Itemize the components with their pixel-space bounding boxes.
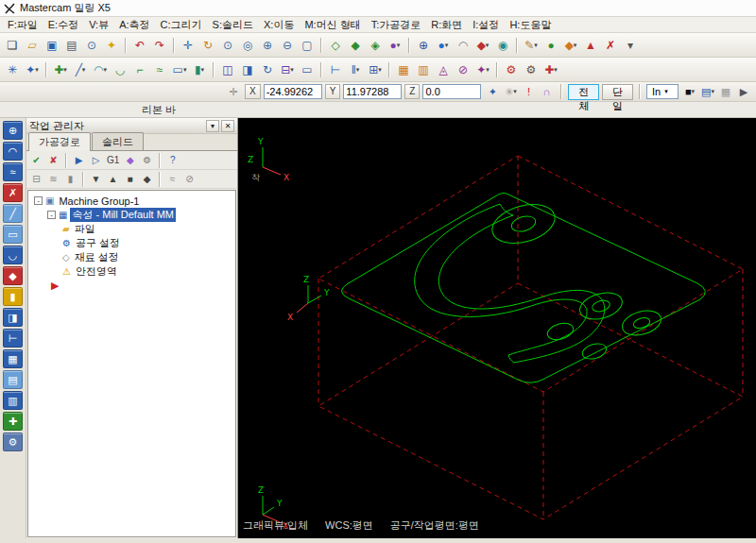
dropdown-arrow-icon[interactable]: ▾: [35, 66, 39, 74]
mru-grid-icon[interactable]: ▦: [3, 349, 23, 368]
tree-expand-icon[interactable]: -: [47, 211, 56, 219]
move-up-icon[interactable]: ▲: [105, 172, 121, 187]
help-icon[interactable]: ?: [164, 153, 180, 168]
create-chamfer-icon[interactable]: ⌐: [130, 60, 149, 79]
scroll-icon[interactable]: ≈: [164, 172, 180, 187]
dropdown-arrow-icon[interactable]: ▾: [534, 42, 538, 49]
verify-icon[interactable]: ◆: [122, 153, 138, 168]
shaded-display-icon[interactable]: ◆: [346, 36, 365, 55]
redo-icon[interactable]: ↷: [150, 36, 169, 55]
create-arc-icon[interactable]: ◠▾: [91, 60, 110, 79]
display-options-icon[interactable]: ●▾: [386, 36, 404, 55]
wireframe-display-icon[interactable]: ◇: [326, 36, 345, 55]
insert-marker-icon[interactable]: ◆: [139, 172, 155, 187]
dropdown-arrow-icon[interactable]: ▾: [183, 66, 187, 74]
autocursor-gnomon-icon[interactable]: ✛: [225, 84, 242, 100]
analyze-chain-icon[interactable]: ◆▾: [473, 36, 492, 55]
menu-screen[interactable]: R:화면: [426, 17, 467, 33]
dropdown-arrow-icon[interactable]: ▾: [486, 42, 490, 49]
toolpath-list-icon[interactable]: ≋: [45, 172, 61, 187]
key-settings-icon[interactable]: ✦: [102, 36, 121, 55]
viewport-canvas[interactable]: Y Z X 작 Z Y X Z Y X: [238, 118, 756, 538]
dropdown-arrow-icon[interactable]: ▾: [692, 88, 696, 95]
alert-icon[interactable]: !: [520, 84, 537, 100]
color-swatch-icon[interactable]: ■▾: [681, 84, 698, 100]
menu-create[interactable]: C:그리기: [156, 17, 207, 33]
select-single-button[interactable]: 단일: [602, 84, 633, 100]
no-entry-icon[interactable]: ⊘: [181, 172, 198, 187]
autocursor-config-icon[interactable]: ✳▾: [502, 84, 519, 100]
menu-help[interactable]: H:도움말: [505, 17, 556, 33]
dropdown-arrow-icon[interactable]: ▾: [82, 66, 86, 74]
fit-screen-icon[interactable]: ▢: [298, 36, 317, 55]
xform-scale-icon[interactable]: ▭: [298, 60, 317, 79]
pan-icon[interactable]: ✛: [179, 36, 198, 55]
tree-expand-icon[interactable]: -: [34, 196, 43, 205]
regen-selected-icon[interactable]: ▷: [88, 153, 104, 168]
analyze-position-icon[interactable]: ⊕: [414, 36, 433, 55]
save-file-icon[interactable]: ▣: [43, 36, 61, 55]
regen-all-icon[interactable]: ▶: [71, 153, 87, 168]
mru-mirror-icon[interactable]: ◨: [3, 308, 23, 327]
create-cylinder-icon[interactable]: ▮▾: [190, 60, 209, 79]
circle-slash-icon[interactable]: ⊘: [454, 60, 472, 79]
xform-rotate-icon[interactable]: ↻: [258, 60, 277, 79]
analyze-surface-icon[interactable]: ◉: [493, 36, 512, 55]
mru-spline-icon[interactable]: ≈: [3, 162, 23, 181]
dynamic-rotate-icon[interactable]: ↻: [198, 36, 217, 55]
mru-level-icon[interactable]: ▤: [3, 370, 23, 389]
new-file-icon[interactable]: ❏: [3, 36, 22, 55]
viewsheet-icon[interactable]: ▥: [414, 60, 433, 79]
join-entities-icon[interactable]: ⊞▾: [366, 60, 385, 79]
mru-plus-icon[interactable]: ✚: [3, 412, 23, 431]
zoom-target-icon[interactable]: ◎: [238, 36, 257, 55]
dropdown-arrow-icon[interactable]: ▾: [356, 66, 360, 74]
tab-toolpaths[interactable]: 가공경로: [28, 132, 91, 151]
orange-solid-icon[interactable]: ◆▾: [561, 36, 580, 55]
mru-diamond-icon[interactable]: ◆: [3, 266, 23, 285]
menu-settings[interactable]: I:설정: [468, 17, 504, 33]
post-process-icon[interactable]: ⚙: [139, 153, 155, 168]
mru-delete-icon[interactable]: ✗: [3, 183, 23, 202]
dropdown-arrow-icon[interactable]: ▾: [103, 66, 107, 74]
mru-gear-icon[interactable]: ⚙: [3, 433, 23, 451]
tree-item-safety-zone[interactable]: ⚠ 안전영역: [28, 264, 235, 279]
color-sphere-icon[interactable]: ●: [541, 36, 560, 55]
dropdown-arrow-icon[interactable]: ▾: [290, 66, 294, 74]
file-properties-icon[interactable]: ⊙: [82, 36, 101, 55]
menu-toolpaths[interactable]: T:가공경로: [367, 17, 426, 33]
zoom-out-icon[interactable]: ⊖: [278, 36, 297, 55]
dropdown-arrow-icon[interactable]: ▾: [378, 66, 382, 74]
x-coordinate-input[interactable]: [264, 84, 322, 99]
y-axis-button[interactable]: Y: [325, 84, 341, 99]
undo-icon[interactable]: ↶: [130, 36, 149, 55]
dropdown-arrow-icon[interactable]: ▾: [554, 66, 558, 74]
analyze-dynamic-icon[interactable]: ●▾: [434, 36, 453, 55]
surface-create-icon[interactable]: ◬: [434, 60, 453, 79]
attributes-pencil-icon[interactable]: ✎▾: [522, 36, 541, 55]
dropdown-arrow-icon[interactable]: ▾: [201, 66, 205, 74]
create-spline-icon[interactable]: ≈: [150, 60, 169, 79]
snap-settings-icon[interactable]: ∩: [538, 84, 555, 100]
mru-viewsheet-icon[interactable]: ▥: [3, 391, 23, 410]
dropdown-arrow-icon[interactable]: ▾: [445, 42, 449, 49]
open-file-icon[interactable]: ▱: [23, 36, 42, 55]
red-cone-icon[interactable]: ▲: [581, 36, 600, 55]
tree-item-machine-group[interactable]: - ▣ Machine Group-1: [28, 194, 235, 208]
y-coordinate-input[interactable]: [343, 84, 402, 99]
select-all-operations-icon[interactable]: ✔: [28, 153, 44, 168]
autocursor-star-icon[interactable]: ✳: [3, 60, 22, 79]
mru-fillet-icon[interactable]: ◡: [3, 246, 23, 264]
tab-solids[interactable]: 솔리드: [92, 132, 144, 150]
grid-settings-icon[interactable]: ▦: [394, 60, 413, 79]
trim-break-icon[interactable]: ⊢: [326, 60, 345, 79]
tree-insert-arrow[interactable]: ▶: [28, 279, 235, 293]
graphics-viewport[interactable]: Y Z X 작 Z Y X Z Y X: [238, 118, 756, 538]
control-def-icon[interactable]: ⚙: [522, 60, 541, 79]
menu-file[interactable]: F:파일: [3, 17, 43, 33]
select-all-button[interactable]: 전체: [568, 84, 599, 100]
menu-analyze[interactable]: A:측정: [114, 17, 154, 33]
move-down-icon[interactable]: ▼: [88, 172, 104, 187]
tree-item-stock-setup[interactable]: ◇ 재료 설정: [28, 250, 235, 264]
xform-mirror-icon[interactable]: ◨: [238, 60, 257, 79]
